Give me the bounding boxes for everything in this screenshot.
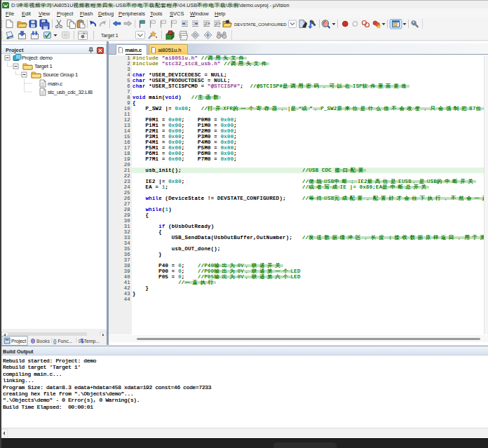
svg-text:/*: /* [215,21,222,27]
svg-text:DEVSTATE_CONFIGURED: DEVSTATE_CONFIGURED [234,22,287,27]
svg-text:Target 1: Target 1 [101,33,118,39]
svg-text:LOAD: LOAD [79,32,87,35]
svg-text:d: d [324,21,327,26]
svg-text:/*: /* [204,21,211,27]
